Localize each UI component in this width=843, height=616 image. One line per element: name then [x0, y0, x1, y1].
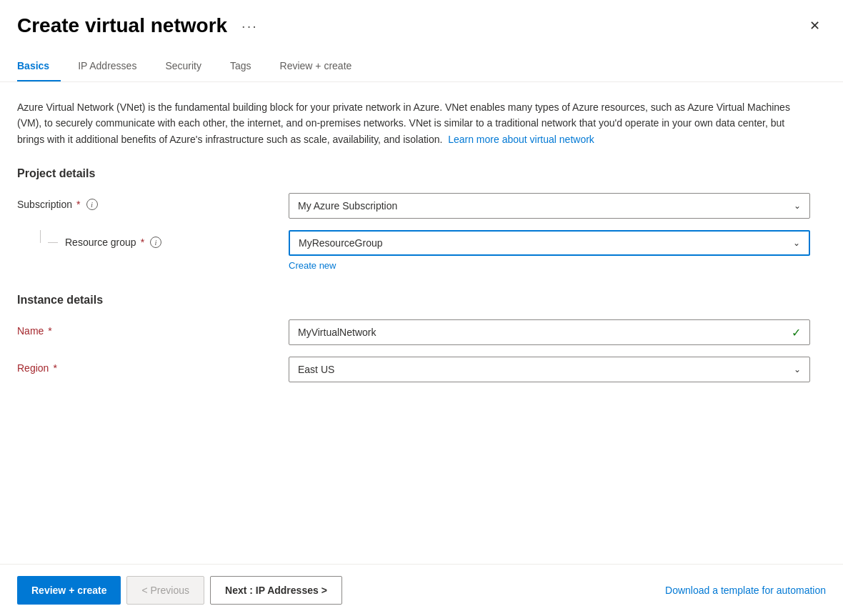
subscription-required: *: [76, 199, 80, 210]
previous-button[interactable]: < Previous: [126, 576, 204, 605]
region-label-area: Region *: [17, 357, 289, 374]
resource-group-chevron-icon: ⌄: [793, 238, 800, 248]
subscription-label: Subscription: [17, 199, 72, 210]
name-control: MyVirtualNetwork ✓: [289, 319, 810, 345]
create-vnet-dialog: Create virtual network ··· ✕ Basics IP A…: [0, 0, 843, 616]
resource-group-required: *: [141, 237, 144, 248]
dialog-header: Create virtual network ··· ✕: [0, 0, 843, 44]
resource-group-label: Resource group: [65, 237, 136, 248]
tab-basics[interactable]: Basics: [17, 51, 61, 81]
description-paragraph: Azure Virtual Network (VNet) is the fund…: [17, 99, 803, 147]
resource-group-value: MyResourceGroup: [299, 237, 383, 249]
review-create-button[interactable]: Review + create: [17, 576, 121, 605]
dialog-title: Create virtual network: [17, 14, 227, 37]
subscription-control: My Azure Subscription ⌄: [289, 193, 810, 219]
name-row: Name * MyVirtualNetwork ✓: [17, 319, 826, 345]
region-value: East US: [298, 364, 334, 375]
resource-group-label-area: Resource group * i: [17, 230, 289, 249]
name-label: Name: [17, 325, 44, 337]
region-control: East US ⌄: [289, 357, 810, 382]
footer-bar: Review + create < Previous Next : IP Add…: [0, 564, 843, 616]
name-value: MyVirtualNetwork: [298, 327, 376, 338]
title-area: Create virtual network ···: [17, 14, 264, 37]
content-area: Azure Virtual Network (VNet) is the fund…: [0, 82, 843, 564]
learn-more-link[interactable]: Learn more about virtual network: [448, 134, 594, 145]
subscription-dropdown[interactable]: My Azure Subscription ⌄: [289, 193, 810, 219]
subscription-chevron-icon: ⌄: [794, 201, 801, 211]
subscription-row: Subscription * i My Azure Subscription ⌄: [17, 193, 826, 219]
download-template-link[interactable]: Download a template for automation: [665, 585, 826, 596]
tab-security[interactable]: Security: [165, 51, 213, 81]
resource-group-control: MyResourceGroup ⌄ Create new: [289, 230, 810, 271]
name-check-icon: ✓: [792, 326, 801, 339]
resource-group-info-icon[interactable]: i: [150, 237, 161, 248]
next-button[interactable]: Next : IP Addresses >: [210, 576, 342, 605]
subscription-label-area: Subscription * i: [17, 193, 289, 210]
tab-tags[interactable]: Tags: [230, 51, 263, 81]
resource-group-dropdown[interactable]: MyResourceGroup ⌄: [289, 230, 810, 256]
project-details-section: Project details Subscription * i My Azur…: [17, 167, 826, 271]
subscription-value: My Azure Subscription: [298, 200, 397, 212]
name-required: *: [48, 325, 51, 337]
resource-group-row: Resource group * i MyResourceGroup ⌄ Cre…: [17, 230, 826, 271]
close-button[interactable]: ✕: [804, 16, 826, 35]
tabs-bar: Basics IP Addresses Security Tags Review…: [0, 51, 843, 82]
region-dropdown[interactable]: East US ⌄: [289, 357, 810, 382]
tab-ip-addresses[interactable]: IP Addresses: [78, 51, 148, 81]
instance-details-section: Instance details Name * MyVirtualNetwork…: [17, 294, 826, 382]
tab-review-create[interactable]: Review + create: [280, 51, 364, 81]
region-label: Region: [17, 362, 49, 374]
subscription-info-icon[interactable]: i: [86, 199, 98, 210]
ellipsis-button[interactable]: ···: [236, 15, 264, 37]
name-input[interactable]: MyVirtualNetwork ✓: [289, 319, 810, 345]
create-new-link[interactable]: Create new: [289, 260, 810, 271]
name-label-area: Name *: [17, 319, 289, 337]
region-chevron-icon: ⌄: [794, 364, 801, 374]
project-details-title: Project details: [17, 167, 826, 180]
region-row: Region * East US ⌄: [17, 357, 826, 382]
region-required: *: [53, 362, 56, 374]
instance-details-title: Instance details: [17, 294, 826, 307]
